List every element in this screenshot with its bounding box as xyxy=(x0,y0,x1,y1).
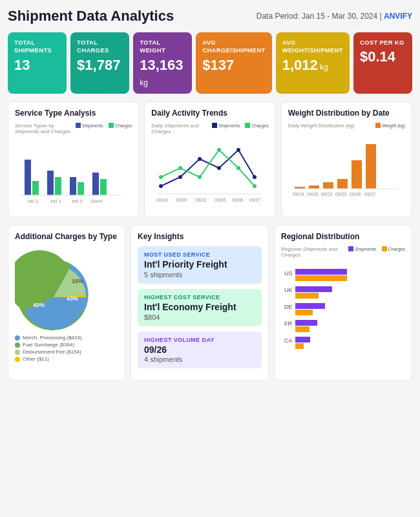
kpi-label-5: COST PER KG xyxy=(360,39,406,47)
daily-chart-subtitle: Daily Shipments and Charges xyxy=(151,123,212,134)
svg-point-13 xyxy=(159,184,163,188)
kpi-value-0: 13 xyxy=(14,58,60,73)
svg-text:09/27: 09/27 xyxy=(364,192,376,196)
kpi-label-1: TOTAL CHARGES xyxy=(77,39,123,55)
kpi-label-3: AVG CHARGE/SHIPMENT xyxy=(202,39,265,55)
kpi-label-4: AVG WEIGHT/SHIPMENT xyxy=(282,39,343,55)
daily-chart-title: Daily Activity Trends xyxy=(151,109,268,118)
svg-point-14 xyxy=(178,175,182,179)
svg-text:Int'l 1: Int'l 1 xyxy=(28,199,39,204)
charges-type-panel: Additional Charges by Type xyxy=(8,225,125,381)
regional-chart-title: Regional Distribution xyxy=(281,232,405,241)
regional-dist-panel: Regional Distribution Regional Shipments… xyxy=(274,225,412,381)
svg-text:09/22: 09/22 xyxy=(195,198,207,202)
svg-rect-49 xyxy=(295,269,347,275)
svg-rect-1 xyxy=(32,181,39,195)
svg-text:09/22: 09/22 xyxy=(321,192,333,196)
insight-tag-1: HIGHEST COST SERVICE xyxy=(144,294,255,301)
svg-rect-59 xyxy=(295,326,310,332)
kpi-card-3: AVG CHARGE/SHIPMENT $137 xyxy=(196,32,271,94)
svg-point-20 xyxy=(178,166,182,170)
kpi-value-3: $137 xyxy=(202,58,265,73)
svg-rect-5 xyxy=(78,182,84,195)
svg-text:09/06: 09/06 xyxy=(232,198,244,202)
svg-point-24 xyxy=(253,184,257,188)
insight-sub-1: $804 xyxy=(144,313,255,321)
service-chart-subtitle: Service Types by Shipments and Charges xyxy=(15,123,76,134)
header-meta: Data Period: Jan 15 - Mar 30, 2024 | ANV… xyxy=(257,12,412,21)
insight-tag-0: MOST USED SERVICE xyxy=(144,251,255,258)
svg-point-21 xyxy=(198,175,202,179)
pie-chart-svg2: 43% 40% 15% xyxy=(15,246,118,346)
svg-text:09/26: 09/26 xyxy=(350,192,361,196)
svg-rect-55 xyxy=(295,303,325,309)
weight-dist-panel: Weight Distribution by Date Daily Weight… xyxy=(281,101,412,217)
svg-point-16 xyxy=(217,166,221,170)
kpi-value-1: $1,787 xyxy=(77,58,123,73)
svg-text:UK: UK xyxy=(284,287,293,293)
svg-rect-61 xyxy=(295,337,310,343)
svg-rect-6 xyxy=(92,173,99,195)
svg-rect-52 xyxy=(295,286,332,292)
insight-main-0: Int'l Priority Freight xyxy=(144,259,255,270)
svg-text:US: US xyxy=(284,270,293,277)
page-header: Shipment Data Analytics Data Period: Jan… xyxy=(8,8,412,25)
kpi-card-4: AVG WEIGHT/SHIPMENT 1,012 kg xyxy=(276,32,350,94)
daily-activity-panel: Daily Activity Trends Daily Shipments an… xyxy=(144,101,275,217)
svg-rect-34 xyxy=(323,182,333,189)
key-insights-title: Key Insights xyxy=(138,232,262,241)
svg-point-15 xyxy=(198,157,202,161)
svg-text:43%: 43% xyxy=(67,295,78,302)
svg-text:40%: 40% xyxy=(33,302,45,308)
insight-sub-0: 5 shipments xyxy=(144,271,255,279)
service-legend: Shipments Charges xyxy=(76,123,132,128)
weight-chart-subtitle: Daily Weight Distribution (kg) xyxy=(288,123,355,129)
svg-text:FR: FR xyxy=(284,321,292,327)
insight-sub-2: 4 shipments xyxy=(144,355,255,363)
kpi-card-5: COST PER KG $0.14 xyxy=(353,32,412,94)
charges-type-title: Additional Charges by Type xyxy=(15,232,118,241)
svg-rect-53 xyxy=(295,293,319,299)
regional-chart-svg: US UK DE FR CA xyxy=(281,260,394,357)
svg-text:DE: DE xyxy=(284,304,293,310)
svg-point-23 xyxy=(236,166,240,170)
svg-rect-50 xyxy=(295,275,347,281)
svg-text:09/19: 09/19 xyxy=(156,198,168,202)
svg-point-19 xyxy=(159,175,163,179)
svg-text:09/20: 09/20 xyxy=(307,192,319,196)
kpi-card-2: TOTAL WEIGHT 13,163 kg xyxy=(133,32,192,94)
svg-rect-7 xyxy=(100,179,107,195)
svg-point-18 xyxy=(253,175,257,179)
service-type-panel: Service Type Analysis Service Types by S… xyxy=(8,101,139,217)
svg-rect-35 xyxy=(337,179,348,189)
kpi-value-5: $0.14 xyxy=(360,49,406,65)
service-chart-svg: Int'l 1 Int'l 2 Int'l 3 Dom'l xyxy=(15,137,125,208)
svg-rect-2 xyxy=(47,171,54,195)
daily-legend: Shipments Charges xyxy=(212,123,269,128)
svg-point-17 xyxy=(236,148,240,152)
svg-text:15%: 15% xyxy=(72,278,83,284)
insight-card-2: HIGHEST VOLUME DAY 09/26 4 shipments xyxy=(138,332,262,369)
regional-legend: Shipments Charges xyxy=(348,246,405,251)
regional-chart-subtitle: Regional Shipments and Charges xyxy=(281,246,348,258)
svg-rect-58 xyxy=(295,320,317,326)
insight-card-0: MOST USED SERVICE Int'l Priority Freight… xyxy=(138,246,262,284)
svg-text:09/20: 09/20 xyxy=(176,198,187,202)
svg-rect-62 xyxy=(295,343,304,349)
page-title: Shipment Data Analytics xyxy=(8,8,174,25)
svg-text:Dom'l: Dom'l xyxy=(91,199,103,204)
svg-text:09/25: 09/25 xyxy=(335,192,347,196)
kpi-value-4: 1,012 kg xyxy=(282,58,343,73)
svg-rect-56 xyxy=(295,310,313,315)
svg-rect-33 xyxy=(309,185,319,189)
svg-rect-0 xyxy=(25,160,31,195)
weight-chart-title: Weight Distribution by Date xyxy=(288,109,405,118)
svg-text:09/27: 09/27 xyxy=(249,198,261,202)
data-period: Data Period: Jan 15 - Mar 30, 2024 xyxy=(257,12,377,21)
brand-label: ANVIFY xyxy=(384,12,412,21)
kpi-value-2: 13,163 kg xyxy=(140,58,185,89)
svg-point-22 xyxy=(217,148,221,152)
svg-rect-4 xyxy=(70,177,76,195)
insight-main-2: 09/26 xyxy=(144,344,255,355)
kpi-row: TOTAL SHIPMENTS 13 TOTAL CHARGES $1,787 … xyxy=(8,32,412,94)
